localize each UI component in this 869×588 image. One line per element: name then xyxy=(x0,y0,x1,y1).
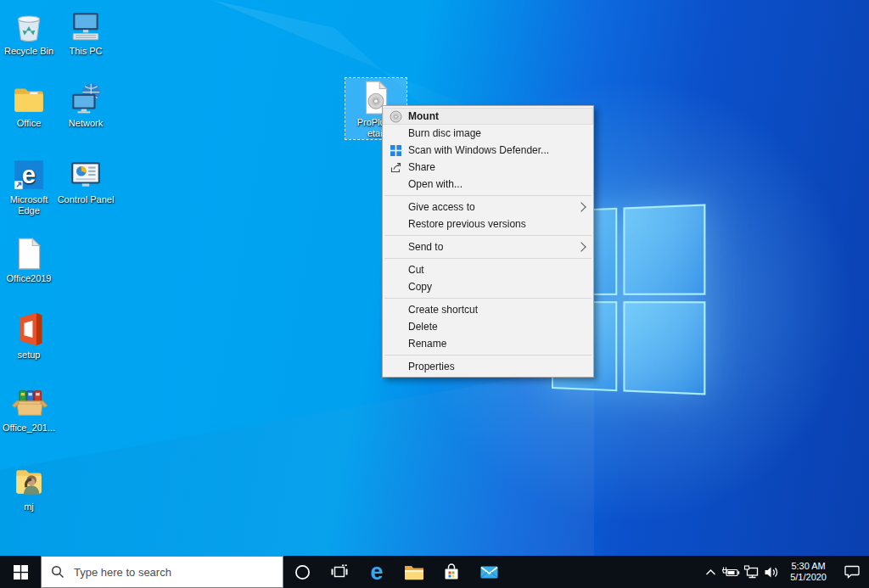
desktop-icon-label: mj xyxy=(0,501,58,512)
light-beam xyxy=(0,365,594,556)
edge-icon: e xyxy=(0,155,58,193)
desktop-icon-control-panel[interactable]: Control Panel xyxy=(57,155,115,205)
desktop-icon-label: Office_201... xyxy=(0,423,58,434)
control-panel-icon xyxy=(57,155,115,193)
windows-start-icon xyxy=(14,565,28,580)
office-setup-icon xyxy=(0,311,58,348)
store-button[interactable] xyxy=(433,556,470,588)
menu-item-cut[interactable]: Cut xyxy=(383,261,593,278)
clock-time: 5:30 AM xyxy=(790,561,827,572)
desktop-icon-label: Recycle Bin xyxy=(0,46,58,57)
mail-icon xyxy=(479,563,499,580)
action-center-button[interactable] xyxy=(835,556,869,588)
menu-separator xyxy=(384,355,591,356)
windows-desktop: Recycle Bin This PC Office Network e Mic… xyxy=(0,0,869,588)
defender-icon xyxy=(383,145,408,156)
menu-item-create-shortcut[interactable]: Create shortcut xyxy=(383,301,593,318)
submenu-arrow-icon xyxy=(576,242,586,251)
taskbar-search[interactable] xyxy=(41,556,283,588)
menu-item-send-to[interactable]: Send to xyxy=(383,238,593,255)
file-explorer-icon xyxy=(404,563,424,580)
menu-item-open-with[interactable]: Open with... xyxy=(383,176,593,193)
speaker-icon xyxy=(764,566,779,579)
clock-date: 5/1/2020 xyxy=(790,572,827,583)
desktop-icon-recycle-bin[interactable]: Recycle Bin xyxy=(0,7,58,57)
desktop-icon-office2019[interactable]: Office2019 xyxy=(0,234,58,284)
start-button[interactable] xyxy=(0,556,41,588)
folder-icon xyxy=(0,79,58,116)
menu-item-restore-previous-versions[interactable]: Restore previous versions xyxy=(383,216,593,232)
tray-volume-button[interactable] xyxy=(761,556,782,588)
search-input[interactable] xyxy=(72,565,273,580)
network-ethernet-icon xyxy=(743,565,760,580)
edge-taskbar-button[interactable]: e xyxy=(358,556,395,588)
svg-text:e: e xyxy=(22,161,36,189)
menu-item-delete[interactable]: Delete xyxy=(383,318,593,335)
task-view-button[interactable] xyxy=(321,556,358,588)
user-folder-icon xyxy=(0,462,58,500)
desktop-icon-mj[interactable]: mj xyxy=(0,462,58,512)
menu-item-share[interactable]: Share xyxy=(383,159,593,176)
taskbar: e 5:30 AM 5/1/2020 xyxy=(0,556,869,588)
taskbar-clock[interactable]: 5:30 AM 5/1/2020 xyxy=(790,561,827,583)
desktop-icon-label: Control Panel xyxy=(57,194,115,205)
desktop-icon-network[interactable]: Network xyxy=(57,79,115,129)
tray-chevron-button[interactable] xyxy=(700,556,720,588)
recycle-bin-icon xyxy=(0,7,58,44)
desktop-icon-label: Office2019 xyxy=(0,273,58,284)
disc-icon xyxy=(383,110,408,123)
chevron-up-icon xyxy=(705,568,716,576)
document-icon xyxy=(0,234,58,272)
menu-item-copy[interactable]: Copy xyxy=(383,278,593,295)
desktop-icon-label: Office xyxy=(0,118,58,129)
this-pc-icon xyxy=(57,7,115,44)
desktop-icon-label: Microsoft Edge xyxy=(0,194,58,216)
context-menu: Mount Burn disc image Scan with Windows … xyxy=(382,105,594,378)
box-with-books-icon xyxy=(0,384,58,421)
desktop-icon-this-pc[interactable]: This PC xyxy=(57,7,115,57)
store-icon xyxy=(442,563,461,581)
file-explorer-button[interactable] xyxy=(395,556,433,588)
windows-logo-pane xyxy=(623,301,705,395)
network-icon xyxy=(57,79,115,116)
desktop-icon-label: setup xyxy=(0,350,58,361)
tray-battery-button[interactable] xyxy=(720,556,741,588)
desktop-icon-office-folder[interactable]: Office xyxy=(0,79,58,129)
desktop-icon-setup[interactable]: setup xyxy=(0,311,58,361)
battery-charging-icon xyxy=(721,566,740,578)
menu-item-rename[interactable]: Rename xyxy=(383,335,593,352)
share-icon xyxy=(383,161,408,174)
task-view-icon xyxy=(331,564,348,580)
desktop-icon-office-201[interactable]: Office_201... xyxy=(0,384,58,434)
tray-network-button[interactable] xyxy=(741,556,761,588)
menu-item-burn-disc-image[interactable]: Burn disc image xyxy=(383,125,593,142)
menu-item-give-access-to[interactable]: Give access to xyxy=(383,199,593,216)
cortana-button[interactable] xyxy=(283,556,321,588)
desktop-icon-label: Network xyxy=(57,118,115,129)
search-icon xyxy=(51,565,64,579)
system-tray: 5:30 AM 5/1/2020 xyxy=(700,556,869,588)
menu-separator xyxy=(384,195,591,196)
menu-item-properties[interactable]: Properties xyxy=(383,358,593,375)
action-center-icon xyxy=(844,565,860,579)
menu-separator xyxy=(384,258,591,259)
edge-icon: e xyxy=(370,559,383,585)
desktop-icon-microsoft-edge[interactable]: e Microsoft Edge xyxy=(0,155,58,216)
windows-logo-pane xyxy=(623,204,705,294)
mail-button[interactable] xyxy=(470,556,507,588)
desktop-icon-label: This PC xyxy=(57,46,115,57)
menu-item-scan-with-windows-defender[interactable]: Scan with Windows Defender... xyxy=(383,142,593,159)
cortana-icon xyxy=(294,564,311,580)
submenu-arrow-icon xyxy=(576,202,586,211)
menu-separator xyxy=(384,235,591,236)
menu-item-mount[interactable]: Mount xyxy=(383,108,593,125)
menu-separator xyxy=(384,298,591,299)
